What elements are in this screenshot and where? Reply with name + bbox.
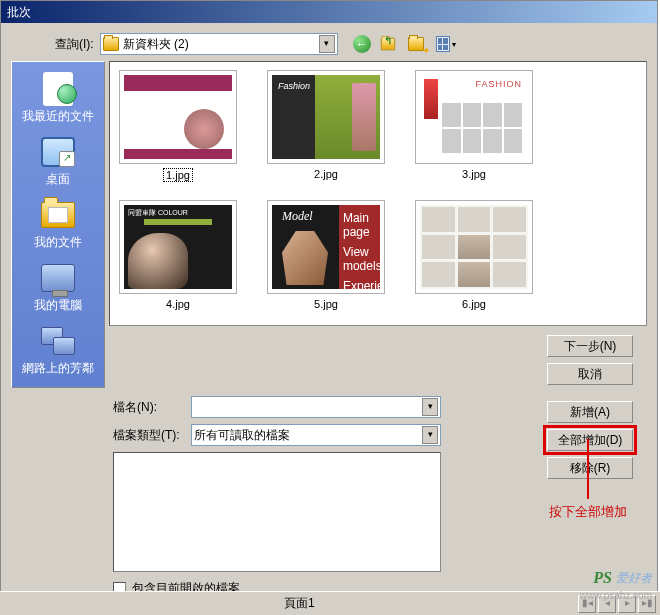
dialog-content: 查詢(I): 新資料夾 (2) ▾ ← ↰ ✦ ▾ 我最近的文件 xyxy=(1,23,657,609)
filetype-select[interactable]: 所有可讀取的檔案 ▾ xyxy=(191,424,441,446)
sidebar-item-network[interactable]: 網路上的芳鄰 xyxy=(16,320,100,381)
my-documents-icon xyxy=(40,198,76,232)
network-places-icon xyxy=(40,324,76,358)
sidebar-item-recent[interactable]: 我最近的文件 xyxy=(16,68,100,129)
batch-dialog: 批次 查詢(I): 新資料夾 (2) ▾ ← ↰ ✦ ▾ 我最近的文件 xyxy=(0,0,658,610)
watermark-url: www.psahz.com xyxy=(580,590,652,601)
look-in-value: 新資料夾 (2) xyxy=(123,36,319,53)
thumb-frame xyxy=(415,70,533,164)
sidebar-item-mydocs[interactable]: 我的文件 xyxy=(16,194,100,255)
nav-icons: ← ↰ ✦ ▾ xyxy=(352,34,456,54)
thumb-label: 4.jpg xyxy=(166,298,190,310)
back-icon[interactable]: ← xyxy=(352,34,372,54)
add-button[interactable]: 新增(A) xyxy=(547,401,633,423)
thumb-frame: Main pageView modelsExperience xyxy=(267,200,385,294)
my-computer-icon xyxy=(40,261,76,295)
annotation-line xyxy=(587,439,589,499)
sidebar-item-label: 我的電腦 xyxy=(34,297,82,314)
status-bar: 頁面1 ▮◂ ◂ ▸ ▸▮ xyxy=(0,591,660,615)
status-page: 頁面1 xyxy=(284,595,315,612)
sidebar-item-label: 網路上的芳鄰 xyxy=(22,360,94,377)
thumb-label: 2.jpg xyxy=(314,168,338,180)
sidebar-item-label: 桌面 xyxy=(46,171,70,188)
thumb-frame: Fashion xyxy=(267,70,385,164)
thumb-label: 6.jpg xyxy=(462,298,486,310)
cancel-button[interactable]: 取消 xyxy=(547,363,633,385)
file-thumb[interactable]: 1.jpg xyxy=(118,70,238,182)
filename-label: 檔名(N): xyxy=(113,399,191,416)
thumb-frame xyxy=(119,200,237,294)
look-in-select[interactable]: 新資料夾 (2) ▾ xyxy=(100,33,338,55)
next-button[interactable]: 下一步(N) xyxy=(547,335,633,357)
file-list-area[interactable]: 1.jpg Fashion 2.jpg 3.jpg 4.jpg xyxy=(109,61,647,326)
chevron-down-icon[interactable]: ▾ xyxy=(422,426,438,444)
desktop-icon xyxy=(40,135,76,169)
thumb-label: 3.jpg xyxy=(462,168,486,180)
up-one-level-icon[interactable]: ↰ xyxy=(380,34,400,54)
annotation-text: 按下全部增加 xyxy=(549,503,627,521)
selected-files-list[interactable] xyxy=(113,452,441,572)
chevron-down-icon[interactable]: ▾ xyxy=(319,35,335,53)
filetype-label: 檔案類型(T): xyxy=(113,427,191,444)
remove-button[interactable]: 移除(R) xyxy=(547,457,633,479)
file-thumb[interactable]: 4.jpg xyxy=(118,200,238,310)
file-thumb[interactable]: Main pageView modelsExperience 5.jpg xyxy=(266,200,386,310)
chevron-down-icon[interactable]: ▾ xyxy=(422,398,438,416)
new-folder-icon[interactable]: ✦ xyxy=(408,34,428,54)
titlebar[interactable]: 批次 xyxy=(1,1,657,23)
button-column: 下一步(N) 取消 新增(A) 全部增加(D) 移除(R) xyxy=(547,335,633,479)
sidebar-item-desktop[interactable]: 桌面 xyxy=(16,131,100,192)
folder-icon xyxy=(103,37,119,51)
watermark: PSPS 爱好者爱好者 xyxy=(593,569,652,587)
file-thumb[interactable]: 6.jpg xyxy=(414,200,534,310)
recent-docs-icon xyxy=(40,72,76,106)
add-all-button[interactable]: 全部增加(D) xyxy=(547,429,633,451)
thumb-label: 5.jpg xyxy=(314,298,338,310)
sidebar-item-label: 我的文件 xyxy=(34,234,82,251)
look-in-row: 查詢(I): 新資料夾 (2) ▾ ← ↰ ✦ ▾ xyxy=(11,33,647,55)
file-thumb[interactable]: 3.jpg xyxy=(414,70,534,182)
sidebar-item-label: 我最近的文件 xyxy=(22,108,94,125)
places-sidebar: 我最近的文件 桌面 我的文件 我的電腦 網路上的芳鄰 xyxy=(11,61,105,388)
file-thumb[interactable]: Fashion 2.jpg xyxy=(266,70,386,182)
filename-input[interactable]: ▾ xyxy=(191,396,441,418)
sidebar-item-computer[interactable]: 我的電腦 xyxy=(16,257,100,318)
thumb-frame xyxy=(415,200,533,294)
thumbnail-grid: 1.jpg Fashion 2.jpg 3.jpg 4.jpg xyxy=(118,70,638,310)
thumb-frame xyxy=(119,70,237,164)
thumb-label: 1.jpg xyxy=(163,168,193,182)
filetype-value: 所有可讀取的檔案 xyxy=(194,427,290,444)
view-menu-icon[interactable]: ▾ xyxy=(436,34,456,54)
look-in-label: 查詢(I): xyxy=(55,36,94,53)
